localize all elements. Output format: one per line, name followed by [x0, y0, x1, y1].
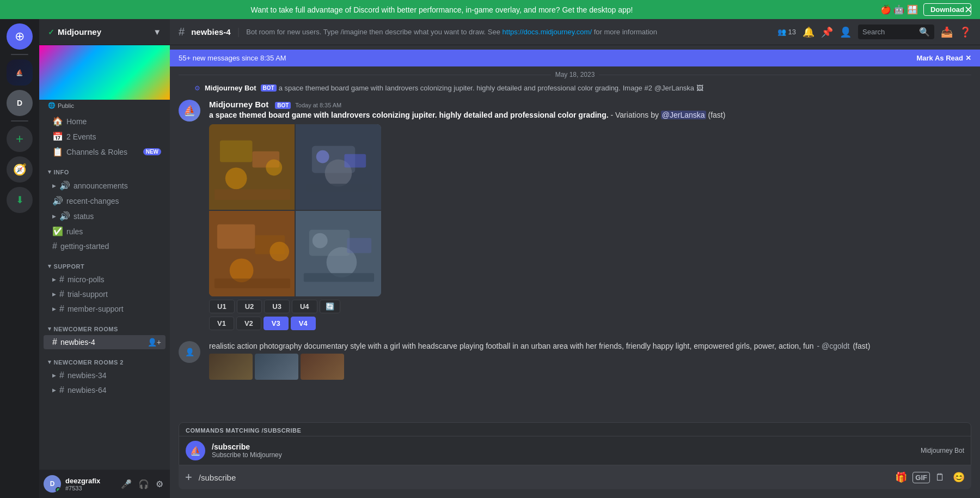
action-btn-refresh[interactable]: 🔄: [320, 300, 340, 313]
action-btn-v4[interactable]: V4: [291, 317, 316, 330]
sidebar-item-announcements[interactable]: ▶ 🔊 announcements: [44, 178, 166, 193]
sidebar-item-events[interactable]: 📅 2 Events: [44, 129, 166, 144]
sidebar-member-support-label: member-support: [68, 305, 161, 313]
inbox-button[interactable]: 📥: [941, 26, 953, 38]
sidebar-header[interactable]: ✓ Midjourney ▼: [39, 19, 170, 45]
svg-rect-13: [217, 224, 255, 248]
sidebar-item-trial-support[interactable]: ▶ # trial-support: [44, 287, 166, 301]
sidebar-channels: 🏠 Home 📅 2 Events 📋 Channels & Roles NEW…: [39, 113, 170, 470]
command-item-subscribe[interactable]: ⛵ /subscribe Subscribe to Midjourney Mid…: [179, 436, 971, 465]
user-avatar: D: [44, 475, 61, 493]
command-name: /subscribe: [212, 442, 914, 451]
main-bot-message: ⛵ Midjourney Bot BOT Today at 8:35 AM a …: [170, 95, 980, 335]
image-cell-1: [209, 124, 295, 210]
chevron-down-icon: ▼: [153, 27, 161, 37]
sidebar-item-micro-polls[interactable]: ▶ # micro-polls: [44, 272, 166, 287]
deafen-button[interactable]: 🎧: [136, 477, 151, 491]
members-icon: 👥: [777, 28, 786, 36]
server-icon-discord-home[interactable]: ⊕: [7, 23, 33, 50]
gift-button[interactable]: 🎁: [893, 469, 909, 485]
sidebar-home-label: Home: [66, 117, 161, 126]
mute-button[interactable]: 🎤: [119, 477, 134, 491]
newbies-4-icon: #: [52, 337, 57, 347]
mark-as-read-button[interactable]: Mark As Read ✕: [917, 54, 972, 62]
category-newcomer-rooms[interactable]: ▾ NEWCOMER ROOMS: [39, 317, 170, 335]
server-divider-2: [11, 120, 28, 122]
svg-rect-16: [215, 278, 290, 288]
svg-rect-11: [344, 154, 366, 167]
members-count-label: 13: [788, 28, 796, 36]
command-popup-header: COMMANDS MATCHING /subscribe: [179, 423, 971, 436]
action-buttons: U1 U2 U3 U4 🔄: [209, 300, 971, 313]
search-icon: 🔍: [919, 27, 930, 37]
user-tag: #7533: [65, 485, 114, 491]
sidebar-item-getting-started[interactable]: # getting-started: [44, 239, 166, 253]
sidebar-events-label: 2 Events: [66, 132, 161, 141]
svg-rect-1: [220, 140, 253, 162]
recent-changes-icon: 🔊: [52, 196, 63, 206]
svg-point-22: [313, 233, 328, 248]
command-popup: COMMANDS MATCHING /subscribe ⛵ /subscrib…: [179, 422, 971, 465]
svg-point-2: [225, 167, 247, 189]
action-btn-u4[interactable]: U4: [292, 300, 317, 313]
action-btn-u1[interactable]: U1: [209, 300, 235, 313]
sticker-button[interactable]: 🗒: [933, 470, 947, 485]
server-icon-explore[interactable]: 🧭: [7, 156, 33, 183]
category-info[interactable]: ▾ INFO: [39, 160, 170, 178]
micro-polls-collapse-icon: ▶: [52, 277, 56, 282]
next-message-mention: - @cgoldt: [816, 342, 850, 350]
server-icon-midjourney[interactable]: ⛵: [7, 59, 33, 86]
public-icon: 🌐: [48, 102, 56, 109]
sidebar-item-home[interactable]: 🏠 Home: [44, 114, 166, 129]
emoji-button[interactable]: 😊: [951, 469, 967, 485]
channel-doc-link[interactable]: https://docs.midjourney.com/: [503, 28, 592, 36]
sidebar-item-recent-changes[interactable]: 🔊 recent-changes: [44, 193, 166, 208]
members-button[interactable]: 👤: [840, 26, 852, 38]
image-grid: [209, 124, 381, 296]
action-btn-v3[interactable]: V3: [264, 317, 289, 330]
svg-point-10: [316, 150, 329, 163]
action-btn-v1[interactable]: V1: [209, 317, 234, 330]
sidebar-item-newbies-64[interactable]: ▶ # newbies-64: [44, 383, 166, 397]
message-mention: @JerLanska: [661, 111, 706, 119]
banner-close-button[interactable]: ✕: [964, 4, 972, 16]
input-plus-button[interactable]: +: [183, 468, 197, 487]
sidebar-item-channels-roles[interactable]: 📋 Channels & Roles NEW: [44, 144, 166, 159]
gif-button[interactable]: GIF: [912, 472, 930, 483]
server-icon-add[interactable]: +: [7, 126, 33, 152]
sidebar-item-member-support[interactable]: ▶ # member-support: [44, 302, 166, 316]
settings-button[interactable]: ⚙: [154, 477, 166, 491]
category-support-label: SUPPORT: [54, 263, 85, 270]
category-support[interactable]: ▾ SUPPORT: [39, 254, 170, 272]
sidebar-item-newbies-34[interactable]: ▶ # newbies-34: [44, 368, 166, 382]
sidebar-announcements-label: announcements: [74, 181, 161, 190]
new-messages-banner[interactable]: 55+ new messages since 8:35 AM Mark As R…: [170, 50, 980, 66]
sidebar-user-panel: D deezgrafix #7533 🎤 🎧 ⚙: [39, 470, 170, 498]
home-icon: 🏠: [52, 116, 63, 126]
add-member-icon[interactable]: 👤+: [148, 338, 161, 347]
action-btn-u2[interactable]: U2: [237, 300, 262, 313]
search-box[interactable]: 🔍: [858, 25, 934, 39]
next-message-text: realistic action photography documentary…: [209, 341, 971, 352]
next-message-speed: (fast): [853, 342, 870, 350]
user-name: deezgrafix: [65, 477, 114, 485]
pin-button[interactable]: 📌: [821, 26, 833, 38]
message-input-field[interactable]: [197, 467, 893, 488]
search-input[interactable]: [862, 28, 916, 36]
message-input-area: COMMANDS MATCHING /subscribe ⛵ /subscrib…: [170, 422, 980, 498]
sidebar-status-label: status: [74, 212, 161, 221]
action-btn-v2[interactable]: V2: [236, 317, 261, 330]
notifications-button[interactable]: 🔔: [803, 26, 814, 38]
server-icon-user[interactable]: D: [7, 90, 33, 116]
command-info: /subscribe Subscribe to Midjourney: [212, 442, 914, 459]
svg-rect-23: [347, 238, 371, 253]
system-bot-badge: BOT: [261, 84, 277, 92]
sidebar-item-status[interactable]: ▶ 🔊 status: [44, 209, 166, 223]
action-btn-u3[interactable]: U3: [264, 300, 290, 313]
system-icon: ⚙: [179, 84, 200, 92]
server-icon-download[interactable]: ⬇: [7, 187, 33, 213]
category-newcomer-rooms-2[interactable]: ▾ NEWCOMER ROOMS 2: [39, 350, 170, 368]
sidebar-item-rules[interactable]: ✅ rules: [44, 224, 166, 239]
help-button[interactable]: ❓: [959, 26, 971, 38]
sidebar-item-newbies-4[interactable]: # newbies-4 👤+: [44, 335, 166, 349]
